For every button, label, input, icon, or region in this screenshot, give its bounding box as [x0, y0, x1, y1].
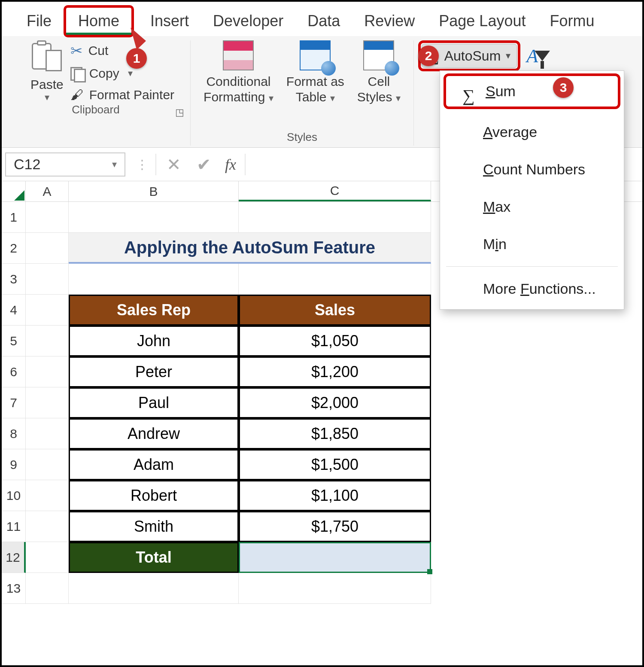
- cell[interactable]: [26, 573, 69, 604]
- cell-sales[interactable]: $1,050: [239, 326, 431, 356]
- cell[interactable]: [26, 511, 69, 542]
- sheet-title[interactable]: Applying the AutoSum Feature: [69, 233, 431, 264]
- name-box[interactable]: C12 ▾: [5, 152, 125, 177]
- sort-filter-button[interactable]: A: [526, 45, 550, 67]
- row-header[interactable]: 2: [2, 233, 26, 264]
- cell[interactable]: [26, 387, 69, 418]
- cell-rep[interactable]: Andrew: [69, 418, 239, 449]
- cell[interactable]: [26, 449, 69, 480]
- row-header[interactable]: 8: [2, 418, 26, 449]
- row-header[interactable]: 13: [2, 573, 26, 604]
- tab-insert[interactable]: Insert: [138, 8, 201, 34]
- row-header[interactable]: 1: [2, 202, 26, 233]
- tab-file[interactable]: File: [15, 8, 64, 34]
- chevron-down-icon[interactable]: ▾: [128, 68, 133, 79]
- sum-label: Sum: [486, 83, 516, 99]
- row-header[interactable]: 7: [2, 387, 26, 418]
- table-header-sales[interactable]: Sales: [239, 295, 431, 326]
- cell-rep[interactable]: John: [69, 326, 239, 356]
- cell[interactable]: [26, 480, 69, 511]
- cell-sales[interactable]: $1,200: [239, 356, 431, 387]
- menu-item-more-functions[interactable]: More Functions...: [440, 270, 624, 308]
- row-header[interactable]: 3: [2, 264, 26, 295]
- chevron-down-icon[interactable]: ▾: [45, 92, 49, 103]
- autosum-dropdown: ∑ Sum Average Count Numbers Max Min More…: [440, 70, 624, 310]
- menu-item-max[interactable]: Max: [440, 188, 624, 225]
- cell-rep[interactable]: Smith: [69, 511, 239, 542]
- dialog-launcher-icon[interactable]: ◳: [175, 107, 184, 118]
- cell-rep[interactable]: Paul: [69, 387, 239, 418]
- cell[interactable]: [26, 202, 69, 233]
- grid-row: 10Robert$1,100: [2, 480, 642, 511]
- tab-formulas[interactable]: Formu: [538, 8, 606, 34]
- fx-icon[interactable]: fx: [219, 155, 242, 174]
- conditional-formatting-button[interactable]: Conditional Formatting ▾: [204, 40, 273, 105]
- cell[interactable]: [239, 264, 431, 295]
- chevron-down-icon[interactable]: ▾: [112, 159, 117, 170]
- row-header[interactable]: 10: [2, 480, 26, 511]
- col-header-A[interactable]: A: [26, 181, 69, 201]
- more-functions-label: More Functions...: [483, 280, 596, 297]
- cell-total-value[interactable]: [239, 542, 431, 573]
- cell[interactable]: [26, 233, 69, 264]
- row-header[interactable]: 4: [2, 295, 26, 326]
- tab-developer[interactable]: Developer: [201, 8, 295, 34]
- cell[interactable]: [69, 573, 239, 604]
- format-painter-button[interactable]: Format Painter: [70, 88, 174, 102]
- cell-sales[interactable]: $2,000: [239, 387, 431, 418]
- cell-sales[interactable]: $1,500: [239, 449, 431, 480]
- conditional-formatting-icon: [223, 40, 254, 70]
- row-header[interactable]: 9: [2, 449, 26, 480]
- count-label: Count Numbers: [483, 161, 585, 177]
- cell[interactable]: [69, 202, 239, 233]
- cell-rep[interactable]: Robert: [69, 480, 239, 511]
- paste-icon: [32, 40, 62, 75]
- col-header-C[interactable]: C: [239, 181, 431, 201]
- copy-button[interactable]: Copy ▾: [70, 66, 174, 81]
- menu-item-average[interactable]: Average: [440, 113, 624, 151]
- select-all-button[interactable]: [2, 181, 26, 201]
- cell-rep[interactable]: Peter: [69, 356, 239, 387]
- chevron-down-icon[interactable]: ▾: [396, 93, 401, 104]
- menu-item-min[interactable]: Min: [440, 225, 624, 263]
- col-header-B[interactable]: B: [69, 181, 239, 201]
- cell-sales[interactable]: $1,750: [239, 511, 431, 542]
- tab-page-layout[interactable]: Page Layout: [427, 8, 538, 34]
- table-header-rep[interactable]: Sales Rep: [69, 295, 239, 326]
- row-header[interactable]: 5: [2, 326, 26, 356]
- menu-item-count-numbers[interactable]: Count Numbers: [440, 151, 624, 188]
- cancel-formula-button[interactable]: ✕: [159, 152, 189, 177]
- row-header[interactable]: 12: [2, 542, 26, 573]
- max-label: Max: [483, 198, 510, 215]
- chevron-down-icon[interactable]: ▾: [506, 50, 510, 61]
- cell[interactable]: [26, 542, 69, 573]
- cell-sales[interactable]: $1,850: [239, 418, 431, 449]
- chevron-down-icon[interactable]: ▾: [330, 93, 335, 104]
- cell[interactable]: [69, 264, 239, 295]
- tab-home[interactable]: Home: [66, 8, 131, 35]
- cell[interactable]: [26, 418, 69, 449]
- grid-row: 13: [2, 573, 642, 604]
- tab-data[interactable]: Data: [295, 8, 352, 34]
- tab-review[interactable]: Review: [352, 8, 427, 34]
- cell-rep[interactable]: Adam: [69, 449, 239, 480]
- cell-total-label[interactable]: Total: [69, 542, 239, 573]
- format-as-table-button[interactable]: Format as Table ▾: [286, 40, 344, 105]
- cell[interactable]: [239, 202, 431, 233]
- chevron-down-icon[interactable]: ▾: [269, 93, 273, 104]
- menu-item-sum[interactable]: ∑ Sum: [444, 73, 620, 109]
- cell[interactable]: [26, 264, 69, 295]
- cell[interactable]: [26, 295, 69, 326]
- row-header[interactable]: 11: [2, 511, 26, 542]
- cell-styles-button[interactable]: Cell Styles ▾: [357, 40, 401, 105]
- paste-button[interactable]: Paste ▾: [26, 40, 68, 103]
- cell-sales[interactable]: $1,100: [239, 480, 431, 511]
- sigma-icon: ∑: [462, 85, 475, 106]
- group-title-styles: Styles: [287, 131, 317, 146]
- accept-formula-button[interactable]: ✔: [189, 152, 219, 177]
- cell[interactable]: [26, 326, 69, 356]
- cut-button[interactable]: Cut: [70, 42, 174, 59]
- row-header[interactable]: 6: [2, 356, 26, 387]
- cell[interactable]: [26, 356, 69, 387]
- cell[interactable]: [239, 573, 431, 604]
